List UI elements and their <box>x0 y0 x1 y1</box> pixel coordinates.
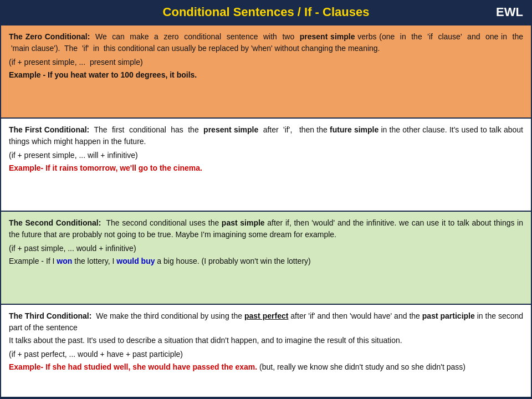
section-second: The Second Conditional: The second condi… <box>1 212 531 305</box>
second-example: Example - If I won the lottery, I would … <box>9 255 523 267</box>
third-example: Example- If she had studied well, she wo… <box>9 361 523 373</box>
second-body: The Second Conditional: The second condi… <box>9 217 523 241</box>
zero-body: The Zero Conditional: We can make a zero… <box>9 31 523 54</box>
section-first: The First Conditional: The first conditi… <box>1 119 531 212</box>
third-body2: It talks about the past. It's used to de… <box>9 335 523 346</box>
third-formula: (if + past perfect, ... would + have + p… <box>9 349 523 360</box>
first-example: Example- If it rains tomorrow, we'll go … <box>9 162 523 174</box>
zero-heading: The Zero Conditional: <box>9 32 90 41</box>
third-body1: The Third Conditional: We make the third… <box>9 310 523 334</box>
second-heading: The Second Conditional: <box>9 218 101 227</box>
zero-formula: (if + present simple, ... present simple… <box>9 57 523 68</box>
first-body: The First Conditional: The first conditi… <box>9 124 523 147</box>
logo: EWL <box>496 5 523 19</box>
header: Conditional Sentences / If - Clauses EWL <box>0 0 532 24</box>
section-zero: The Zero Conditional: We can make a zero… <box>1 25 531 119</box>
page-title: Conditional Sentences / If - Clauses <box>163 5 370 19</box>
first-heading: The First Conditional: <box>9 125 89 134</box>
zero-example: Example - If you heat water to 100 degre… <box>9 69 523 81</box>
second-formula: (if + past simple, ... would + infinitiv… <box>9 243 523 254</box>
third-heading: The Third Conditional: <box>9 311 91 320</box>
section-third: The Third Conditional: We make the third… <box>1 305 531 398</box>
first-formula: (if + present simple, ... will + infinit… <box>9 150 523 161</box>
content-area: The Zero Conditional: We can make a zero… <box>0 24 532 399</box>
